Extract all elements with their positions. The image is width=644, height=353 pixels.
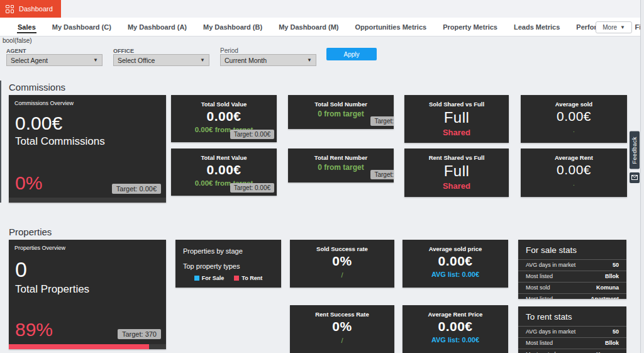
total-sold-value-card[interactable]: Total Sold Value 0.00€ 0.00€ from target… <box>171 95 277 142</box>
stats-row: AVG days in market 50 <box>518 326 626 337</box>
stage-legend: For Sale To Rent <box>175 275 281 281</box>
legend-item-for-sale: For Sale <box>194 275 225 281</box>
average-sold-price-card[interactable]: Average sold price 0.00€ AVG list: 0.00€ <box>402 240 508 288</box>
shared-vs-full-value: Full <box>404 109 509 126</box>
average-rent-price-card[interactable]: Average Rent Price 0.00€ AVG list: 0.00€ <box>402 305 508 353</box>
properties-percent: 89% <box>15 319 53 340</box>
period-filter-label: Period <box>220 47 238 54</box>
tab-leads-metrics[interactable]: Leads Metrics <box>506 18 568 36</box>
target-badge: Target: 0.00€ <box>112 184 161 194</box>
stat-value: Komuna <box>596 284 619 291</box>
feedback-envelope-icon <box>630 172 640 183</box>
stat-value: Bllok <box>605 340 619 346</box>
stats-row: Most listed Apartment <box>518 293 626 299</box>
chevron-down-icon: ▼ <box>93 57 98 63</box>
total-rent-number-card[interactable]: Total Rent Number 0 from target Target: <box>288 148 394 182</box>
tab-my-dashboard-b[interactable]: My Dashboard (B) <box>195 18 270 36</box>
shared-vs-full-value: Full <box>404 162 509 180</box>
avg-list-value: AVG list: 0.00€ <box>402 336 508 344</box>
average-sold-value: 0.00€ <box>521 109 627 124</box>
app-brand[interactable]: Dashboard <box>0 0 61 18</box>
vertical-scrollbar[interactable] <box>640 0 644 353</box>
average-rent-card[interactable]: Average Rent 0.00€ . <box>521 148 627 197</box>
total-rent-value-card[interactable]: Total Rent Value 0.00€ 0.00€ from target… <box>171 148 277 196</box>
progress-track <box>9 344 166 349</box>
stat-label: Most sold <box>526 284 550 291</box>
tab-my-dashboard-c[interactable]: My Dashboard (C) <box>44 18 119 36</box>
properties-section-title: Properties <box>9 227 52 237</box>
period-select[interactable]: Current Month ▼ <box>220 54 316 66</box>
commissions-total-label: Total Commissions <box>9 134 166 148</box>
target-badge: Target: <box>370 170 394 179</box>
progress-track <box>9 198 166 203</box>
apply-button[interactable]: Apply <box>326 48 377 60</box>
average-rent-value: 0.00€ <box>521 162 627 177</box>
card-title: Average sold price <box>402 240 508 252</box>
to-rent-stats-card[interactable]: To rent stats AVG days in market 50 Most… <box>518 306 626 353</box>
for-sale-swatch <box>194 276 199 281</box>
office-select[interactable]: Select Office ▼ <box>113 54 209 66</box>
tab-opportunities-metrics[interactable]: Opportunities Metrics <box>347 18 435 36</box>
stat-value: 50 <box>613 328 619 335</box>
more-tabs-button[interactable]: More ▼ <box>596 21 632 33</box>
rent-success-sub: / <box>290 337 394 344</box>
stat-value: 50 <box>613 262 619 268</box>
top-header-bar: Dashboard <box>0 0 644 18</box>
stat-label: Most listed <box>526 273 553 279</box>
stat-value: Bllok <box>605 273 619 279</box>
tab-property-metrics[interactable]: Property Metrics <box>435 18 506 36</box>
app-title: Dashboard <box>19 5 53 13</box>
average-sold-card[interactable]: Average sold 0.00€ . <box>521 95 627 143</box>
stats-row: AVG days in market 50 <box>518 259 626 271</box>
properties-overview-card[interactable]: Properties Overview 0 Total Properties 8… <box>9 240 166 349</box>
card-title: Total Rent Number <box>288 148 394 161</box>
feedback-label: Feedback <box>630 132 640 169</box>
rent-success-value: 0% <box>290 319 394 334</box>
shared-label: Shared <box>404 128 509 137</box>
tab-sales[interactable]: Sales <box>9 18 44 36</box>
card-title: Commissions Overview <box>9 95 166 106</box>
properties-by-stage-card[interactable]: Properties by stage Top property types F… <box>175 240 281 288</box>
properties-total-label: Total Properties <box>9 282 166 296</box>
commissions-section-title: Commissions <box>9 82 65 92</box>
commissions-percent: 0% <box>15 172 42 194</box>
left-panel-edge <box>0 81 1 203</box>
properties-total-value: 0 <box>9 251 166 282</box>
stats-row: Most rented Komuna <box>518 349 626 353</box>
total-rent-value: 0.00€ <box>171 162 277 177</box>
sold-shared-vs-full-card[interactable]: Sold Shared vs Full Full Shared <box>404 95 509 143</box>
sold-success-rate-card[interactable]: Sold Success rate 0% / <box>290 240 394 288</box>
feedback-tab[interactable]: Feedback <box>630 132 640 183</box>
dashboard-tabbar: Sales My Dashboard (C) My Dashboard (A) … <box>0 18 644 36</box>
legend-label: To Rent <box>242 275 262 281</box>
tab-my-dashboard-m[interactable]: My Dashboard (M) <box>270 18 347 36</box>
card-title: Sold Success rate <box>290 240 394 252</box>
card-title: Average sold <box>521 95 627 108</box>
rent-success-rate-card[interactable]: Rent Success Rate 0% / <box>290 305 394 353</box>
average-sold-price-value: 0.00€ <box>402 254 508 269</box>
period-select-value: Current Month <box>225 57 267 64</box>
chevron-down-icon: ▼ <box>307 57 312 63</box>
card-title: Average Rent Price <box>402 305 508 318</box>
legend-label: For Sale <box>202 275 225 281</box>
chevron-down-icon: ▼ <box>620 25 625 30</box>
for-sale-stats-card[interactable]: For sale stats AVG days in market 50 Mos… <box>518 240 626 299</box>
sold-success-value: 0% <box>290 254 394 269</box>
debug-text: bool(false) <box>3 37 32 44</box>
commissions-overview-card[interactable]: Commissions Overview 0.00€ Total Commiss… <box>9 95 166 203</box>
legend-item-to-rent: To Rent <box>234 275 262 281</box>
to-rent-swatch <box>234 276 239 281</box>
progress-fill <box>9 344 149 349</box>
tab-my-dashboard-a[interactable]: My Dashboard (A) <box>119 18 195 36</box>
avg-list-value: AVG list: 0.00€ <box>402 271 508 278</box>
average-sold-sub: . <box>521 126 627 133</box>
stat-value: Apartment <box>591 296 619 299</box>
sold-success-sub: / <box>290 271 394 279</box>
card-title: Total Sold Value <box>171 95 277 108</box>
agent-select-value: Select Agent <box>11 57 48 64</box>
office-filter-label: OFFICE <box>113 48 134 54</box>
agent-select[interactable]: Select Agent ▼ <box>6 54 103 66</box>
total-sold-number-card[interactable]: Total Sold Number 0 from target Target: <box>288 95 394 129</box>
rent-shared-vs-full-card[interactable]: Rent Shared vs Full Full Shared <box>404 148 509 197</box>
target-badge: Target: 0.00€ <box>230 130 274 139</box>
